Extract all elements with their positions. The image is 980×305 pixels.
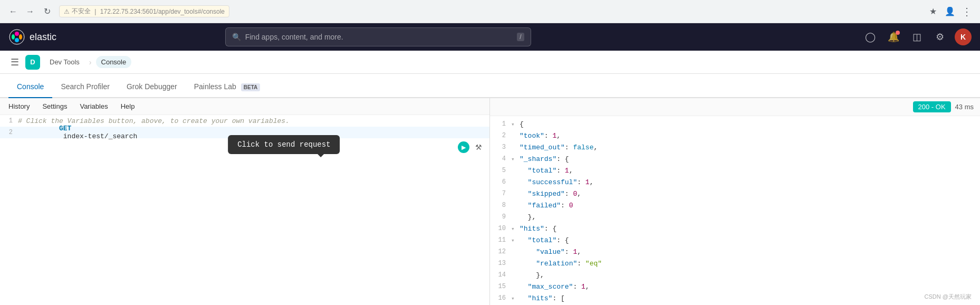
- help-button[interactable]: Help: [119, 101, 137, 111]
- resp-line-16: 16 ▾ "hits": [: [490, 292, 980, 304]
- resp-line-13: 13 "relation": "eq": [490, 258, 980, 269]
- resp-line-8: 8 "failed": 0: [490, 199, 980, 211]
- header-right: ◯ 🔔 ◫ ⚙ K: [862, 28, 972, 45]
- browser-nav-buttons: ← → ↻: [6, 5, 54, 18]
- variables-button[interactable]: Variables: [78, 101, 110, 111]
- tab-grok-debugger[interactable]: Grok Debugger: [118, 76, 186, 98]
- watermark: CSDN @天然玩家: [925, 293, 972, 301]
- back-button[interactable]: ←: [6, 5, 20, 18]
- resp-line-1: 1 ▾ {: [490, 118, 980, 130]
- resp-line-4: 4 ▾ "_shards": {: [490, 153, 980, 165]
- resp-line-3: 3 "timed_out": false,: [490, 141, 980, 153]
- elastic-logo[interactable]: elastic: [8, 28, 56, 45]
- browser-chrome: ← → ↻ ⚠ 不安全 | 172.22.75.234:5601/app/dev…: [0, 0, 980, 23]
- wrench-button[interactable]: ⚒: [473, 141, 484, 153]
- resp-line-2: 2 "took": 1,: [490, 130, 980, 141]
- response-content[interactable]: 1 ▾ { 2 "took": 1, 3 "timed_out": false,…: [490, 116, 980, 305]
- line-content-2: GET index-test/_search: [18, 117, 137, 148]
- extensions-button[interactable]: ★: [926, 5, 940, 18]
- svg-point-3: [12, 34, 15, 40]
- http-method: GET: [59, 125, 71, 132]
- app-toolbar: ☰ D Dev Tools › Console: [0, 51, 980, 74]
- endpoint-url: index-test/_search: [59, 132, 137, 140]
- elastic-logo-icon: [8, 28, 25, 45]
- notification-dot: [896, 31, 900, 35]
- time-badge: 43 ms: [955, 103, 974, 111]
- status-badge: 200 - OK: [913, 101, 951, 112]
- help-button[interactable]: ◯: [862, 28, 879, 45]
- beta-badge: BETA: [241, 83, 260, 91]
- editor-toolbar: History Settings Variables Help: [0, 98, 489, 115]
- editor-actions: ▶ ⚒: [458, 141, 484, 153]
- settings-button[interactable]: ⚙: [931, 28, 948, 45]
- hamburger-button[interactable]: ☰: [8, 54, 21, 70]
- response-panel: 200 - OK 43 ms 1 ▾ { 2 "took": 1, 3 "tim…: [490, 98, 980, 305]
- tab-search-profiler[interactable]: Search Profiler: [52, 76, 118, 98]
- resp-line-10: 10 ▾ "hits": {: [490, 223, 980, 234]
- resp-line-14: 14 },: [490, 269, 980, 281]
- resp-line-6: 6 "successful": 1,: [490, 176, 980, 188]
- svg-point-2: [15, 38, 19, 42]
- breadcrumb-console[interactable]: Console: [96, 56, 132, 68]
- resp-line-12: 12 "value": 1,: [490, 246, 980, 258]
- editor-content[interactable]: 1 # Click the Variables button, above, t…: [0, 115, 489, 305]
- header-search[interactable]: 🔍 Find apps, content, and more. /: [225, 27, 531, 46]
- play-button[interactable]: ▶: [458, 141, 469, 153]
- search-shortcut: /: [517, 33, 524, 41]
- tab-painless-lab[interactable]: Painless Lab BETA: [186, 76, 269, 98]
- forward-button[interactable]: →: [23, 5, 37, 18]
- app-header: elastic 🔍 Find apps, content, and more. …: [0, 23, 980, 51]
- breadcrumb-separator: ›: [89, 58, 92, 66]
- line-number-2: 2: [2, 129, 18, 136]
- tab-console[interactable]: Console: [8, 76, 52, 98]
- search-icon: 🔍: [232, 33, 241, 41]
- tabs-bar: Console Search Profiler Grok Debugger Pa…: [0, 74, 980, 98]
- line-number-1: 1: [2, 117, 18, 125]
- avatar[interactable]: K: [955, 28, 972, 45]
- resp-line-11: 11 ▾ "total": {: [490, 234, 980, 246]
- security-icon: ⚠: [64, 8, 70, 15]
- reload-button[interactable]: ↻: [40, 5, 54, 18]
- main-content: History Settings Variables Help 1 # Clic…: [0, 98, 980, 305]
- breadcrumb-icon: D: [25, 55, 40, 70]
- browser-actions: ★ 👤 ⋮: [926, 5, 974, 18]
- spaces-button[interactable]: ◫: [908, 28, 925, 45]
- profile-button[interactable]: 👤: [943, 5, 957, 18]
- svg-point-1: [15, 32, 19, 36]
- menu-button[interactable]: ⋮: [960, 5, 974, 18]
- editor-line-2: 2 GET index-test/_search: [0, 127, 489, 138]
- resp-line-9: 9 },: [490, 211, 980, 223]
- resp-line-5: 5 "total": 1,: [490, 165, 980, 176]
- svg-point-4: [19, 34, 22, 40]
- response-header: 200 - OK 43 ms: [490, 98, 980, 116]
- security-badge: ⚠ 不安全 | 172.22.75.234:5601/app/dev_tools…: [59, 5, 229, 17]
- resp-line-15: 15 "max_score": 1,: [490, 281, 980, 292]
- history-button[interactable]: History: [6, 101, 32, 111]
- editor-panel: History Settings Variables Help 1 # Clic…: [0, 98, 490, 305]
- resp-line-7: 7 "skipped": 0,: [490, 188, 980, 199]
- notifications-button[interactable]: 🔔: [885, 28, 902, 45]
- breadcrumb-devtools[interactable]: Dev Tools: [44, 56, 85, 68]
- settings-button[interactable]: Settings: [40, 101, 69, 111]
